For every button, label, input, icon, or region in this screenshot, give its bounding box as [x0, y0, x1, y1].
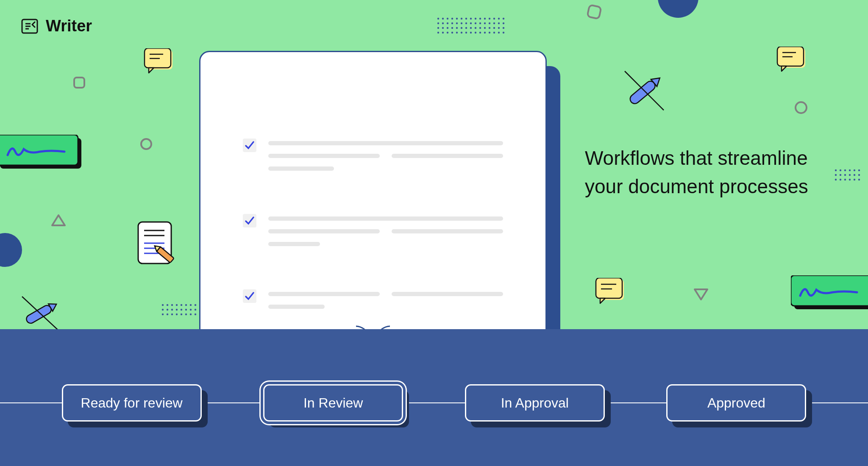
svg-point-86 [498, 27, 500, 29]
svg-point-104 [658, 0, 698, 18]
svg-point-50 [470, 18, 472, 19]
circle-outline-icon [794, 101, 808, 114]
svg-rect-0 [74, 78, 84, 88]
svg-point-29 [171, 309, 173, 311]
svg-point-94 [465, 32, 467, 33]
svg-point-98 [484, 32, 486, 33]
svg-point-129 [858, 179, 860, 180]
svg-point-46 [451, 18, 453, 19]
workflow-bar: Ready for review In Review In Approval A… [0, 329, 868, 466]
app-logo: Writer [21, 17, 92, 35]
svg-point-96 [475, 32, 476, 33]
svg-point-123 [858, 174, 860, 176]
crossed-pencil-icon [17, 292, 64, 335]
svg-point-62 [456, 22, 458, 24]
svg-point-8 [0, 233, 22, 267]
svg-point-31 [181, 309, 182, 311]
svg-point-30 [176, 309, 178, 311]
speech-bubble-icon [594, 278, 627, 308]
svg-point-70 [493, 22, 495, 24]
svg-point-59 [442, 22, 444, 24]
svg-rect-7 [0, 135, 78, 165]
svg-point-120 [844, 174, 846, 176]
svg-point-63 [461, 22, 462, 24]
svg-point-74 [442, 27, 444, 29]
svg-point-84 [489, 27, 490, 29]
svg-point-65 [470, 22, 472, 24]
checkbox-checked-icon [243, 214, 256, 227]
svg-point-92 [456, 32, 458, 33]
svg-point-67 [479, 22, 481, 24]
svg-point-25 [190, 304, 192, 306]
svg-point-19 [162, 304, 164, 306]
workflow-step-label: In Approval [501, 395, 569, 411]
triangle-outline-icon [51, 214, 66, 227]
square-outline-icon [73, 76, 86, 89]
svg-point-48 [461, 18, 462, 19]
svg-point-55 [493, 18, 495, 19]
svg-point-89 [442, 32, 444, 33]
svg-point-80 [470, 27, 472, 29]
svg-point-124 [835, 179, 837, 180]
svg-point-47 [456, 18, 458, 19]
writer-logo-icon [21, 18, 38, 35]
svg-line-18 [22, 297, 58, 330]
svg-point-52 [479, 18, 481, 19]
workflow-step-in-approval[interactable]: In Approval [465, 384, 605, 422]
svg-point-107 [796, 102, 807, 113]
svg-point-42 [195, 313, 196, 315]
svg-point-64 [465, 22, 467, 24]
dot-grid-icon [161, 303, 198, 318]
svg-point-69 [489, 22, 490, 24]
svg-point-88 [437, 32, 439, 33]
svg-point-90 [447, 32, 448, 33]
headline-text: Workflows that streamline your document … [585, 144, 822, 200]
svg-point-101 [498, 32, 500, 33]
blue-circle-top-icon [657, 0, 699, 21]
svg-point-20 [167, 304, 168, 306]
checklist-item [243, 216, 503, 255]
svg-point-87 [503, 27, 504, 29]
svg-point-73 [437, 27, 439, 29]
svg-point-100 [493, 32, 495, 33]
svg-point-113 [840, 169, 841, 171]
workflow-step-label: Approved [707, 395, 765, 411]
svg-point-119 [840, 174, 841, 176]
svg-point-82 [479, 27, 481, 29]
svg-point-115 [849, 169, 851, 171]
svg-point-21 [171, 304, 173, 306]
svg-point-33 [190, 309, 192, 311]
svg-point-53 [484, 18, 486, 19]
svg-point-71 [498, 22, 500, 24]
svg-point-41 [190, 313, 192, 315]
svg-point-58 [437, 22, 439, 24]
svg-point-24 [185, 304, 187, 306]
svg-rect-103 [587, 5, 601, 19]
svg-point-34 [195, 309, 196, 311]
circle-outline-icon [140, 138, 153, 150]
svg-line-106 [625, 71, 664, 110]
workflow-step-ready[interactable]: Ready for review [62, 384, 202, 422]
workflow-step-approved[interactable]: Approved [666, 384, 806, 422]
svg-point-54 [489, 18, 490, 19]
svg-point-97 [479, 32, 481, 33]
document-preview [199, 51, 547, 330]
checkbox-checked-icon [243, 289, 256, 303]
svg-point-23 [181, 304, 182, 306]
workflow-step-in-review[interactable]: In Review [263, 384, 403, 422]
svg-rect-105 [628, 79, 657, 105]
svg-point-22 [176, 304, 178, 306]
svg-point-77 [456, 27, 458, 29]
svg-point-118 [835, 174, 837, 176]
blue-circle-icon [0, 233, 25, 267]
svg-point-116 [854, 169, 855, 171]
svg-point-81 [475, 27, 476, 29]
svg-point-93 [461, 32, 462, 33]
svg-point-117 [858, 169, 860, 171]
signature-card-icon [791, 275, 868, 310]
checkbox-checked-icon [243, 139, 256, 152]
svg-point-99 [489, 32, 490, 33]
workflow-step-label: Ready for review [81, 395, 183, 411]
svg-point-32 [185, 309, 187, 311]
svg-point-56 [498, 18, 500, 19]
